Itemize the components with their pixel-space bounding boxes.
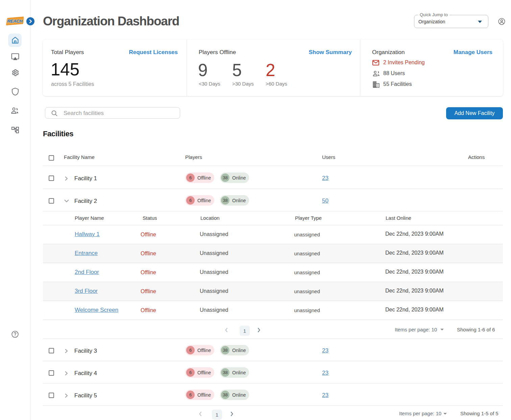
svg-text:REACH: REACH xyxy=(7,19,23,24)
